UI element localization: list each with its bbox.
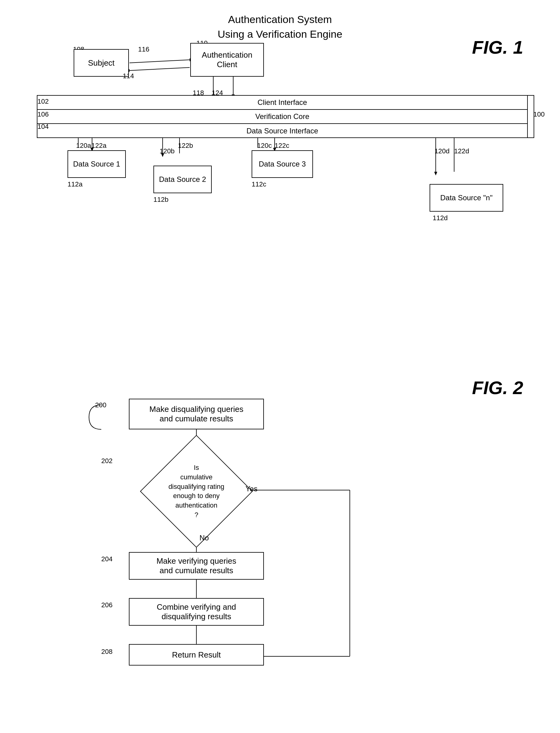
datasource-area: 120a 122a Data Source 1 112a 120b 122b D… [37, 147, 528, 239]
page-container: Authentication System Using a Verificati… [0, 0, 560, 733]
box-combine-label: Combine verifying anddisqualifying resul… [157, 602, 236, 621]
ref-102: 102 [37, 98, 49, 106]
ref-112d: 112d [433, 214, 448, 222]
diamond-shape [140, 435, 253, 548]
ref-116: 116 [138, 45, 149, 53]
box-make-disqualifying-label: Make disqualifying queriesand cumulate r… [149, 404, 243, 423]
bracket-100 [525, 95, 534, 138]
yes-label: Yes [245, 484, 257, 493]
ref-204: 204 [101, 555, 113, 563]
data-source-3-box: Data Source 3 [252, 150, 313, 178]
ref-120b: 120b [160, 147, 175, 155]
ref-120a: 120a [76, 142, 91, 150]
data-source-1-label: Data Source 1 [73, 160, 120, 168]
system-boundary: Client Interface Verification Core Data … [37, 95, 528, 138]
fig1-title: Authentication System Using a Verificati… [12, 12, 548, 41]
auth-client-label: AuthenticationClient [202, 50, 253, 69]
verification-core-label: Verification Core [255, 112, 309, 121]
ref-120d: 120d [434, 147, 450, 155]
fig2-section: FIG. 2 200 [12, 368, 548, 705]
ref-114: 114 [123, 72, 134, 80]
ref-100: 100 [533, 110, 545, 118]
diamond-wrapper: Iscumulativedisqualifying ratingenough t… [156, 451, 237, 532]
box-make-verifying: Make verifying queriesand cumulate resul… [129, 552, 264, 580]
data-source-interface-row: Data Source Interface [37, 124, 527, 138]
fig1-label: FIG. 1 [472, 37, 523, 58]
data-source-1-box: Data Source 1 [68, 150, 126, 178]
auth-client-box: AuthenticationClient [190, 43, 264, 77]
data-source-n-box: Data Source "n" [430, 184, 503, 212]
box-make-disqualifying: Make disqualifying queriesand cumulate r… [129, 399, 264, 429]
box-combine: Combine verifying anddisqualifying resul… [129, 598, 264, 626]
ref-112a: 112a [68, 180, 83, 188]
ref-122b: 122b [178, 142, 193, 150]
ref-106: 106 [37, 110, 49, 118]
subject-box: Subject [74, 49, 129, 77]
ref-112c: 112c [252, 180, 266, 188]
ref-122a: 122a [91, 142, 106, 150]
ref-206: 206 [101, 601, 113, 609]
fig1-title-line2: Using a Verification Engine [12, 27, 548, 42]
ref-202: 202 [101, 457, 113, 465]
fig2-label: FIG. 2 [472, 377, 523, 398]
ref-122d: 122d [454, 147, 469, 155]
fig1-section: Authentication System Using a Verificati… [12, 12, 548, 350]
ref-112b: 112b [153, 196, 168, 204]
data-source-3-label: Data Source 3 [259, 160, 306, 168]
svg-line-0 [129, 60, 190, 63]
bracket-200 [86, 402, 104, 432]
box-make-verifying-label: Make verifying queriesand cumulate resul… [156, 556, 236, 575]
no-label: No [199, 534, 209, 542]
subject-label: Subject [88, 58, 115, 68]
box-return-result: Return Result [129, 644, 264, 665]
ref-122c: 122c [275, 142, 289, 150]
data-source-2-box: Data Source 2 [153, 166, 212, 193]
data-source-n-label: Data Source "n" [440, 194, 492, 202]
client-interface-row: Client Interface [37, 96, 527, 110]
svg-line-2 [129, 68, 190, 71]
fig1-title-line1: Authentication System [12, 12, 548, 27]
data-source-interface-label: Data Source Interface [246, 127, 318, 135]
box-return-result-label: Return Result [172, 650, 221, 660]
client-interface-label: Client Interface [257, 98, 307, 107]
ref-208: 208 [101, 648, 113, 656]
ref-120c: 120c [257, 142, 272, 150]
verification-core-row: Verification Core [37, 110, 527, 124]
data-source-2-label: Data Source 2 [159, 175, 206, 184]
ref-104: 104 [37, 123, 49, 131]
